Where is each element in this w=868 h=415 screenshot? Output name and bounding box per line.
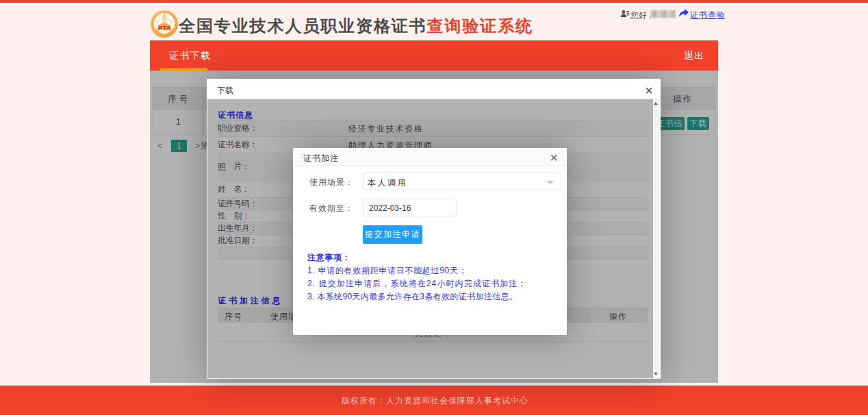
svg-text:PTA: PTA [158,24,170,32]
